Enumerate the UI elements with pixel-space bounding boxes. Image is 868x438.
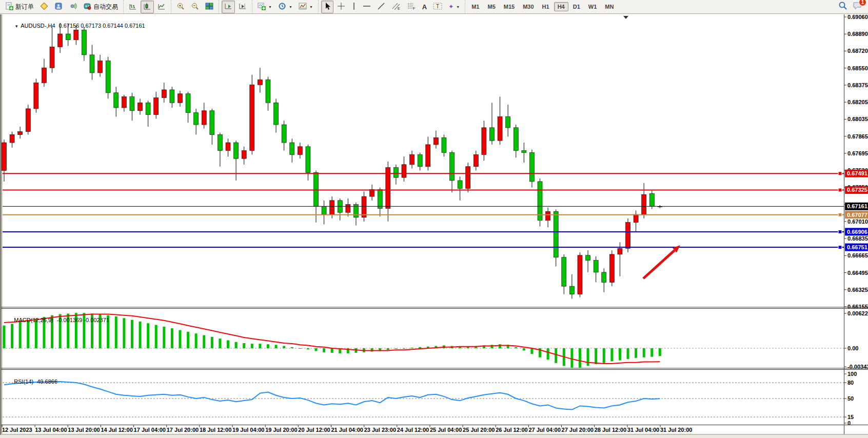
tf-button-M15[interactable]: M15 — [500, 2, 518, 11]
tf-button-W1[interactable]: W1 — [585, 2, 601, 11]
candle-bull — [26, 109, 30, 132]
candle-bear — [586, 255, 590, 261]
crosshair-button[interactable] — [334, 1, 348, 13]
toolbar-group-charttype — [123, 0, 171, 13]
rsi-label: RSI(14) — [14, 379, 33, 385]
hline-marker[interactable] — [838, 188, 842, 192]
macd-bar — [570, 348, 573, 368]
macd-bar — [555, 348, 557, 363]
hline-marker[interactable] — [838, 213, 842, 216]
candle-bear — [602, 272, 606, 282]
arrows-caret-icon[interactable]: ▼ — [456, 5, 460, 9]
toolbar-right: 1 — [838, 1, 868, 12]
periods-caret-icon[interactable]: ▼ — [289, 5, 292, 9]
candle-bear — [306, 147, 310, 173]
tf-button-M5[interactable]: M5 — [484, 2, 499, 11]
time-axis-label: 25 Jul 20:00 — [463, 427, 495, 433]
macd-bar — [627, 348, 629, 359]
tf-button-M30[interactable]: M30 — [519, 2, 537, 11]
time-axis-label: 26 Jul 12:00 — [496, 427, 527, 433]
fibonacci-button[interactable]: F — [404, 1, 419, 13]
macd-bar — [163, 327, 165, 348]
price-tag-label: 0.66906 — [847, 229, 867, 235]
periods-button[interactable]: ▼ — [275, 1, 295, 13]
macd-bar — [171, 328, 173, 348]
macd-bar — [547, 348, 549, 360]
macd-bar — [635, 348, 637, 358]
candlestick-button[interactable] — [141, 1, 154, 13]
macd-bar — [354, 348, 357, 353]
new-order-button[interactable]: 新订单 — [3, 1, 36, 13]
price-axis-label: 0.69060 — [847, 14, 868, 20]
tf-button-D1[interactable]: D1 — [569, 2, 584, 11]
price-axis-label: 0.68890 — [847, 31, 868, 37]
hline-marker[interactable] — [838, 172, 842, 175]
macd-bar — [515, 347, 517, 348]
cursor-button[interactable] — [321, 1, 333, 13]
candle-bear — [282, 125, 286, 143]
auto-scroll-button[interactable] — [222, 1, 235, 13]
tf-button-H4[interactable]: H4 — [554, 2, 568, 11]
zoom-in-button[interactable] — [174, 1, 187, 13]
notifications-button[interactable]: 1 — [853, 1, 863, 12]
candle-bear — [569, 286, 574, 294]
market-watch-button[interactable] — [52, 1, 65, 13]
profiles-button[interactable]: ▼ — [296, 1, 315, 13]
tf-button-H1[interactable]: H1 — [539, 2, 553, 11]
text-label-button[interactable]: T — [430, 1, 445, 13]
time-axis[interactable]: 12 Jul 202313 Jul 04:0013 Jul 20:0014 Ju… — [2, 425, 692, 433]
macd-bar — [227, 340, 229, 348]
candlestick-icon — [143, 2, 151, 12]
new-chart-button[interactable]: ▼ — [255, 1, 274, 13]
candle-bull — [226, 143, 230, 151]
trendline-button[interactable] — [374, 1, 388, 13]
svg-text:E: E — [398, 7, 400, 10]
tile-windows-button[interactable] — [203, 1, 216, 13]
time-axis-label: 17 Jul 20:00 — [167, 427, 199, 433]
line-chart-button[interactable] — [155, 1, 168, 13]
equidistant-channel-button[interactable]: E — [389, 1, 403, 13]
autotrading-button[interactable]: 自动交易 — [81, 1, 121, 13]
signals-button[interactable] — [66, 1, 80, 13]
candle-bear — [322, 207, 326, 215]
price-tag-label: 0.67077 — [847, 212, 867, 218]
arrows-button[interactable]: ✦ ▼ — [446, 2, 462, 12]
profiles-icon — [299, 2, 307, 12]
macd-bar — [219, 339, 221, 348]
time-axis-label: 19 Jul 20:00 — [265, 427, 297, 433]
candle-bull — [402, 165, 406, 177]
vertical-line-button[interactable] — [349, 1, 359, 13]
macd-bar — [179, 330, 181, 348]
tf-button-MN[interactable]: MN — [601, 2, 617, 11]
new-chart-caret-icon[interactable]: ▼ — [268, 5, 272, 9]
candle-bull — [618, 248, 622, 254]
zoom-out-button[interactable] — [188, 1, 202, 13]
horizontal-line-button[interactable] — [360, 1, 373, 13]
profiles-caret-icon[interactable]: ▼ — [309, 5, 313, 9]
candle-bull — [122, 97, 126, 108]
candle-bear — [90, 55, 94, 73]
chart-shift-button[interactable] — [236, 1, 249, 13]
hline-marker[interactable] — [838, 230, 842, 233]
macd-axis-label: 0.00 — [847, 345, 858, 351]
candle-bear — [649, 193, 654, 206]
tf-button-M1[interactable]: M1 — [468, 2, 483, 11]
price-axis-label: 0.66665 — [847, 252, 868, 258]
candle-bear — [594, 261, 598, 272]
macd-bar — [331, 348, 333, 353]
svg-text:F: F — [413, 7, 415, 10]
macd-bar — [187, 332, 189, 348]
search-icon[interactable] — [838, 1, 847, 12]
text-button[interactable]: A — [420, 2, 429, 12]
symbol-title: AUDUSD-,H4 — [21, 23, 55, 29]
hline-marker[interactable] — [838, 246, 842, 249]
candle-bull — [330, 201, 334, 214]
horizontal-line-icon — [363, 2, 371, 12]
bar-chart-button[interactable] — [126, 1, 140, 13]
macd-bar — [123, 318, 125, 348]
candle-bear — [114, 93, 119, 108]
candle-bull — [202, 111, 206, 125]
metaeditor-button[interactable] — [37, 1, 51, 13]
symbol-expand-icon[interactable]: ▼ — [14, 24, 18, 29]
time-axis-label: 13 Jul 20:00 — [68, 427, 100, 433]
